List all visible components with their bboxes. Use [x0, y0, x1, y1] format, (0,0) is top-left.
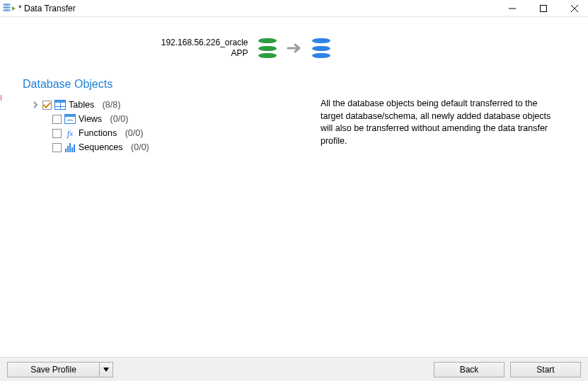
save-profile-split-button: Save Profile [7, 362, 113, 377]
tree-node-tables[interactable]: Tables (8/8) [31, 98, 299, 112]
table-icon [54, 99, 66, 110]
tree-label-sequences: Sequences [79, 142, 123, 152]
section-heading: Database Objects [23, 78, 575, 91]
tree-count-functions: (0/0) [125, 128, 144, 138]
checkbox-sequences[interactable] [52, 143, 62, 152]
description-pane: All the database objects being default t… [299, 98, 575, 357]
tree-label-views: Views [79, 114, 102, 124]
save-profile-button[interactable]: Save Profile [7, 362, 99, 377]
description-text: All the database objects being default t… [321, 98, 561, 147]
svg-rect-1 [541, 5, 547, 11]
arrow-right-icon [287, 42, 302, 54]
tree-label-functions: Functions [79, 128, 117, 138]
connection-row: 192.168.56.226_oracle APP [13, 33, 575, 64]
object-tree: Tables (8/8) Views (0/0) [13, 98, 299, 357]
checkbox-tables[interactable] [42, 101, 52, 110]
tree-count-tables: (8/8) [103, 100, 121, 110]
start-label: Start [536, 365, 554, 375]
content-area: 192.168.56.226_oracle APP Database Objec… [0, 17, 588, 357]
save-profile-dropdown[interactable] [99, 362, 113, 377]
tree-label-tables: Tables [69, 100, 94, 110]
back-button[interactable]: Back [434, 362, 505, 377]
source-connection-label: 192.168.56.226_oracle APP [142, 38, 248, 59]
tree-count-sequences: (0/0) [131, 142, 149, 152]
body-split: Tables (8/8) Views (0/0) [13, 98, 575, 357]
tree-node-functions[interactable]: fx Functions (0/0) [31, 126, 299, 140]
titlebar: * Data Transfer [0, 0, 588, 17]
close-button[interactable] [561, 0, 588, 17]
database-source-icon [258, 38, 277, 58]
source-name-line1: 192.168.56.226_oracle [142, 38, 248, 48]
source-name-line2: APP [142, 48, 248, 59]
tree-node-views[interactable]: Views (0/0) [31, 112, 299, 126]
function-icon: fx [64, 127, 76, 139]
database-target-icon[interactable] [312, 38, 330, 58]
view-icon [64, 113, 76, 125]
back-label: Back [460, 365, 479, 375]
chevron-right-icon[interactable] [31, 101, 40, 109]
tree-count-views: (0/0) [110, 114, 129, 124]
checkbox-functions[interactable] [52, 129, 62, 138]
app-icon [3, 3, 14, 14]
maximize-button[interactable] [530, 0, 557, 17]
window-title: * Data Transfer [18, 4, 76, 13]
footer-bar: Save Profile Back Start [0, 357, 588, 381]
checkbox-views[interactable] [52, 115, 62, 124]
sequence-icon [64, 142, 76, 153]
tree-node-sequences[interactable]: Sequences (0/0) [31, 140, 299, 154]
minimize-button[interactable] [499, 0, 526, 17]
window-root: * Data Transfer 192.168.56.226_oracle AP… [0, 0, 588, 381]
save-profile-label: Save Profile [30, 365, 76, 375]
start-button[interactable]: Start [510, 362, 581, 377]
